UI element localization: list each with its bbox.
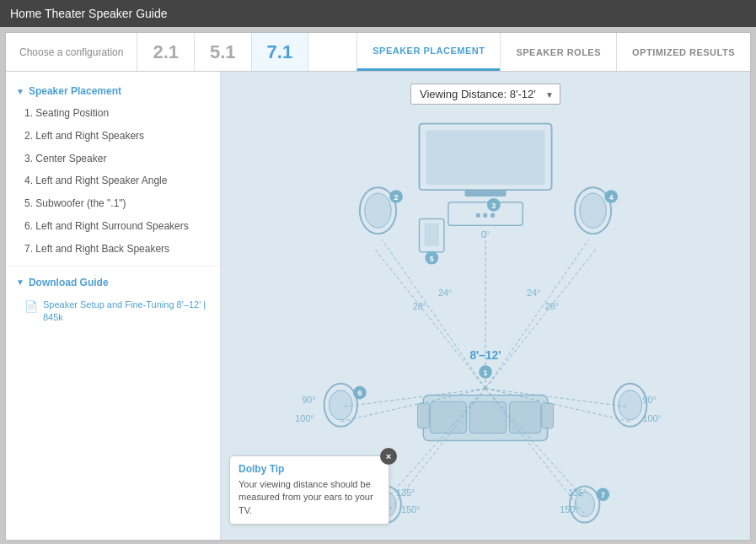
svg-text:4: 4 xyxy=(609,193,614,202)
svg-text:28°: 28° xyxy=(413,301,426,311)
sidebar-placement-label: Speaker Placement xyxy=(29,85,121,97)
svg-text:6: 6 xyxy=(357,389,362,397)
svg-text:1: 1 xyxy=(484,369,488,377)
svg-text:150°: 150° xyxy=(401,504,420,514)
chevron-down-icon-2: ▼ xyxy=(16,277,24,287)
download-item-label: Speaker Setup and Fine-Tuning 8'–12' | 8… xyxy=(43,299,210,325)
sidebar-item-angle[interactable]: 4. Left and Right Speaker Angle xyxy=(6,170,220,192)
sidebar-item-lr-speakers[interactable]: 2. Left and Right Speakers xyxy=(6,125,220,148)
app-title: Home Theater Speaker Guide xyxy=(10,7,168,20)
svg-rect-34 xyxy=(430,401,466,433)
config-label: Choose a configuration xyxy=(6,33,137,71)
tab-speaker-placement[interactable]: SPEAKER PLACEMENT xyxy=(357,33,500,71)
download-guide-item[interactable]: 📄 Speaker Setup and Fine-Tuning 8'–12' |… xyxy=(6,294,220,330)
top-nav: Choose a configuration 2.1 5.1 7.1 SPEAK… xyxy=(6,33,750,72)
viewing-dropdown: Viewing Distance: 6'-8' Viewing Distance… xyxy=(410,83,560,105)
item-label: Left and Right Back Speakers xyxy=(35,243,169,255)
sidebar-download-label: Download Guide xyxy=(29,277,109,288)
item-num: 3. xyxy=(24,153,35,164)
dolby-tip-title: Dolby Tip xyxy=(239,463,380,475)
item-num: 2. xyxy=(24,130,35,142)
svg-rect-3 xyxy=(464,190,506,197)
item-num: 1. xyxy=(24,107,35,119)
item-num: 5. xyxy=(24,197,35,209)
config-tab-21[interactable]: 2.1 xyxy=(137,33,195,71)
item-label: Left and Right Speaker Angle xyxy=(35,175,167,186)
dolby-tip-text: Your viewing distance should be measured… xyxy=(239,478,380,517)
item-num: 7. xyxy=(24,243,35,255)
svg-text:3: 3 xyxy=(491,202,496,210)
chevron-down-icon: ▼ xyxy=(16,87,24,96)
svg-text:0°: 0° xyxy=(481,229,490,240)
svg-rect-36 xyxy=(509,401,540,433)
svg-point-14 xyxy=(580,193,606,228)
app-title-bar: Home Theater Speaker Guide xyxy=(0,0,756,27)
svg-text:24°: 24° xyxy=(527,288,540,298)
sidebar-download-header[interactable]: ▼ Download Guide xyxy=(6,272,220,294)
sidebar: ▼ Speaker Placement 1. Seating Position … xyxy=(6,72,221,540)
svg-text:28°: 28° xyxy=(545,301,559,311)
svg-point-40 xyxy=(330,390,352,420)
sidebar-item-back[interactable]: 7. Left and Right Back Speakers xyxy=(6,238,220,261)
svg-text:7: 7 xyxy=(601,491,605,499)
item-num: 4. xyxy=(24,175,35,186)
body-area: ▼ Speaker Placement 1. Seating Position … xyxy=(6,72,750,540)
svg-rect-35 xyxy=(469,401,506,433)
sidebar-divider xyxy=(6,266,220,267)
svg-point-48 xyxy=(619,390,641,420)
sidebar-item-surround[interactable]: 6. Left and Right Surround Speakers xyxy=(6,215,220,238)
svg-text:5: 5 xyxy=(430,255,434,263)
svg-rect-37 xyxy=(418,403,430,428)
svg-point-10 xyxy=(365,193,391,228)
svg-text:100°: 100° xyxy=(642,413,661,423)
item-label: Left and Right Speakers xyxy=(35,130,144,142)
svg-text:150°: 150° xyxy=(560,504,578,514)
item-label: Left and Right Surround Speakers xyxy=(35,220,188,232)
svg-rect-18 xyxy=(424,223,439,245)
main-container: Choose a configuration 2.1 5.1 7.1 SPEAK… xyxy=(5,32,751,541)
svg-text:24°: 24° xyxy=(438,288,452,298)
item-label: Center Speaker xyxy=(35,153,106,164)
dolby-tip: Dolby Tip Your viewing distance should b… xyxy=(229,455,389,525)
item-label: Subwoofer (the ".1") xyxy=(35,197,126,209)
section-tabs: SPEAKER PLACEMENT SPEAKER ROLES OPTIMIZE… xyxy=(357,33,750,71)
svg-text:2: 2 xyxy=(394,193,399,202)
svg-text:90°: 90° xyxy=(642,395,656,405)
item-label: Seating Position xyxy=(35,107,109,119)
svg-text:100°: 100° xyxy=(295,413,314,423)
svg-text:8'–12': 8'–12' xyxy=(469,349,501,362)
download-icon: 📄 xyxy=(24,299,38,315)
tab-optimized-results[interactable]: OPTIMIZED RESULTS xyxy=(616,33,750,71)
config-tab-51[interactable]: 5.1 xyxy=(195,33,252,71)
svg-rect-38 xyxy=(542,403,554,428)
sidebar-item-subwoofer[interactable]: 5. Subwoofer (the ".1") xyxy=(6,192,220,215)
dolby-close-button[interactable]: × xyxy=(380,448,397,465)
diagram-area: Viewing Distance: 6'-8' Viewing Distance… xyxy=(221,72,750,540)
svg-text:90°: 90° xyxy=(302,395,315,405)
item-num: 6. xyxy=(24,220,35,232)
sidebar-item-seating[interactable]: 1. Seating Position xyxy=(6,102,220,125)
svg-text:135°: 135° xyxy=(568,487,587,498)
tab-speaker-roles[interactable]: SPEAKER ROLES xyxy=(500,33,616,71)
viewing-distance-select[interactable]: Viewing Distance: 6'-8' Viewing Distance… xyxy=(410,83,560,105)
sidebar-item-center[interactable]: 3. Center Speaker xyxy=(6,148,220,170)
config-tab-71[interactable]: 7.1 xyxy=(252,33,309,71)
svg-rect-2 xyxy=(426,130,544,185)
sidebar-placement-header[interactable]: ▼ Speaker Placement xyxy=(6,80,220,102)
